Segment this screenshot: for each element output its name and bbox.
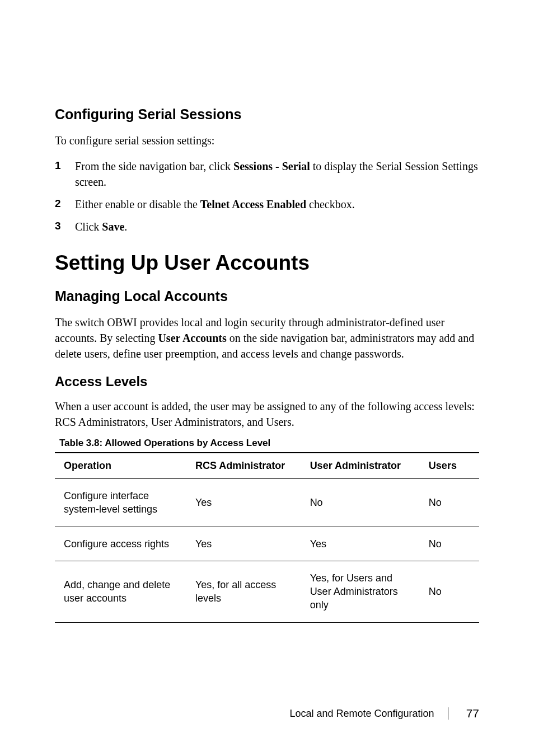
step-text-bold: Telnet Access Enabled — [200, 198, 306, 210]
step-text-pre: Click — [75, 220, 102, 233]
para-bold: User Accounts — [158, 332, 226, 344]
step-text-bold: Sessions - Serial — [233, 160, 310, 172]
step-text-pre: From the side navigation bar, click — [75, 160, 233, 172]
step-body: From the side navigation bar, click Sess… — [75, 158, 479, 190]
footer-page-number: 77 — [466, 707, 479, 720]
table-cell: No — [301, 479, 420, 527]
step-number: 2 — [55, 196, 75, 212]
access-levels-paragraph: When a user account is added, the user m… — [55, 398, 479, 430]
steps-list: 1 From the side navigation bar, click Se… — [55, 158, 479, 234]
table-header-users: Users — [420, 453, 479, 479]
table-header-row: Operation RCS Administrator User Adminis… — [55, 453, 479, 479]
step-number: 1 — [55, 158, 75, 173]
table-cell: Yes, for all access levels — [186, 561, 301, 622]
section-heading-managing-local-accounts: Managing Local Accounts — [55, 288, 479, 304]
table-caption: Table 3.8: Allowed Operations by Access … — [55, 438, 479, 449]
managing-accounts-paragraph: The switch OBWI provides local and login… — [55, 314, 479, 361]
step-body: Either enable or disable the Telnet Acce… — [75, 196, 479, 212]
table-cell: Yes, for Users and User Administrators o… — [301, 561, 420, 622]
table-row: Add, change and delete user accounts Yes… — [55, 561, 479, 622]
table-cell: Add, change and delete user accounts — [55, 561, 186, 622]
access-levels-table: Operation RCS Administrator User Adminis… — [55, 452, 479, 623]
section-heading-access-levels: Access Levels — [55, 374, 479, 389]
table-cell: Yes — [301, 527, 420, 561]
table-cell: No — [420, 561, 479, 622]
table-cell: Yes — [186, 479, 301, 527]
table-header-rcs-admin: RCS Administrator — [186, 453, 301, 479]
table-header-user-admin: User Administrator — [301, 453, 420, 479]
page-footer: Local and Remote Configuration 77 — [289, 707, 479, 720]
table-cell: No — [420, 527, 479, 561]
table-header-operation: Operation — [55, 453, 186, 479]
footer-chapter-title: Local and Remote Configuration — [289, 708, 434, 720]
step-text-post: . — [124, 220, 127, 233]
table-cell: Configure access rights — [55, 527, 186, 561]
footer-separator — [448, 707, 448, 720]
step-body: Click Save. — [75, 219, 479, 234]
table-cell: No — [420, 479, 479, 527]
main-heading: Setting Up User Accounts — [55, 251, 479, 275]
step-text-bold: Save — [102, 220, 124, 233]
intro-text: To configure serial session settings: — [55, 133, 479, 148]
table-row: Configure access rights Yes Yes No — [55, 527, 479, 561]
table-cell: Yes — [186, 527, 301, 561]
section-heading-configuring-serial-sessions: Configuring Serial Sessions — [55, 106, 479, 123]
step-text-pre: Either enable or disable the — [75, 198, 200, 210]
table-cell: Configure interface system-level setting… — [55, 479, 186, 527]
table-row: Configure interface system-level setting… — [55, 479, 479, 527]
step-number: 3 — [55, 219, 75, 234]
step-text-post: checkbox. — [306, 198, 355, 210]
